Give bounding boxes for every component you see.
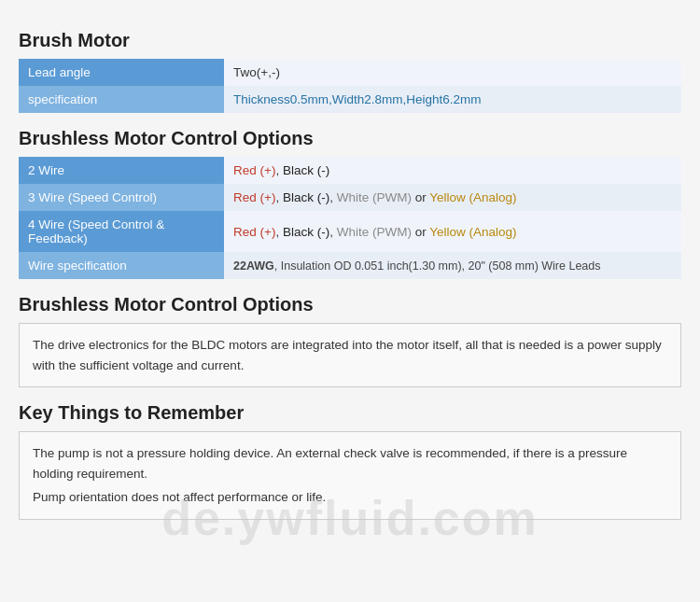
label-3wire: 3 Wire (Speed Control): [19, 184, 224, 211]
value-4wire: Red (+), Black (-), White (PWM) or Yello…: [224, 211, 681, 252]
value-specification: Thickness0.5mm,Width2.8mm,Height6.2mm: [224, 86, 681, 113]
brush-motor-table: Lead angle Two(+,-) specification Thickn…: [19, 59, 681, 113]
yellow-analog: Yellow (Analog): [429, 190, 516, 204]
brushless-options-table: 2 Wire Red (+), Black (-) 3 Wire (Speed …: [19, 157, 681, 279]
label-4wire: 4 Wire (Speed Control & Feedback): [19, 211, 224, 252]
red-plus: Red (+): [233, 190, 275, 204]
red-plus: Red (+): [233, 225, 275, 239]
black-minus: Black (-): [283, 225, 329, 239]
white-pwm: White (PWM): [337, 190, 412, 204]
brush-motor-title: Brush Motor: [19, 30, 681, 51]
table-row: 2 Wire Red (+), Black (-): [19, 157, 681, 184]
black-minus: Black (-): [283, 163, 329, 177]
label-wire-spec: Wire specification: [19, 252, 224, 279]
key-things-title: Key Things to Remember: [19, 402, 681, 424]
label-2wire: 2 Wire: [19, 157, 224, 184]
table-row: Wire specification 22AWG, Insulation OD …: [19, 252, 681, 279]
wire-spec-detail: , Insulation OD 0.051 inch(1.30 mm), 20"…: [274, 259, 601, 273]
table-row: 4 Wire (Speed Control & Feedback) Red (+…: [19, 211, 681, 252]
brushless-desc-title: Brushless Motor Control Options: [19, 294, 681, 315]
value-lead-angle: Two(+,-): [224, 59, 681, 86]
key-things-line1: The pump is not a pressure holding devic…: [33, 443, 667, 483]
red-plus: Red (+): [233, 163, 275, 177]
value-2wire: Red (+), Black (-): [224, 157, 681, 184]
black-minus: Black (-): [283, 190, 329, 204]
value-3wire: Red (+), Black (-), White (PWM) or Yello…: [224, 184, 681, 211]
yellow-analog: Yellow (Analog): [429, 225, 516, 239]
label-specification: specification: [19, 86, 224, 113]
brushless-description-text: The drive electronics for the BLDC motor…: [33, 335, 667, 375]
brushless-description-box: The drive electronics for the BLDC motor…: [19, 323, 681, 387]
label-lead-angle: Lead angle: [19, 59, 224, 86]
table-row: 3 Wire (Speed Control) Red (+), Black (-…: [19, 184, 681, 211]
table-row: Lead angle Two(+,-): [19, 59, 681, 86]
spec-text: Thickness0.5mm,Width2.8mm,Height6.2mm: [233, 92, 482, 106]
brushless-options-title: Brushless Motor Control Options: [19, 128, 681, 149]
awg-label: 22AWG: [233, 259, 274, 273]
value-wire-spec: 22AWG, Insulation OD 0.051 inch(1.30 mm)…: [224, 252, 681, 279]
white-pwm: White (PWM): [337, 225, 412, 239]
key-things-description-box: The pump is not a pressure holding devic…: [19, 431, 681, 520]
table-row: specification Thickness0.5mm,Width2.8mm,…: [19, 86, 681, 113]
key-things-line2: Pump orientation does not affect perform…: [33, 487, 667, 508]
